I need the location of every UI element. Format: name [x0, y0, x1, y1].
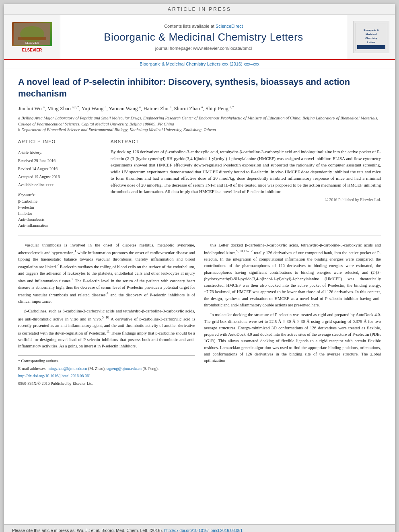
journal-header: ELSEVIER ELSEVIER Contents lists availab…	[4, 15, 395, 60]
history-label: Article history:	[18, 150, 43, 155]
revised-value: Revised 14 August 2016	[18, 166, 58, 171]
section-divider	[18, 236, 381, 236]
banner-text: ARTICLE IN PRESS	[168, 6, 231, 12]
footnote-corresponding: * Corresponding authors.	[18, 358, 195, 364]
article-in-press-banner: ARTICLE IN PRESS	[4, 4, 395, 15]
journal-homepage: journal homepage: www.elsevier.com/locat…	[155, 46, 252, 51]
revised-date: Revised 14 August 2016	[18, 164, 103, 172]
body-text-section: Vascular thrombosis is involved in the o…	[18, 242, 381, 388]
copyright-line: © 2016 Published by Elsevier Ltd.	[111, 197, 381, 202]
body-para-2: β-Carbolines, such as β-carboline-3-carb…	[18, 308, 195, 349]
author-yuji: Yuji Wang a,	[82, 105, 109, 111]
keyword-5: Anti-inflammation	[18, 222, 103, 228]
svg-rect-9	[357, 45, 385, 49]
body-col-left: Vascular thrombosis is involved in the o…	[18, 242, 195, 388]
footnote-emails: E-mail addresses: mingzhao@bjmu.edu.cn (…	[18, 366, 195, 372]
email1-name: (M. Zhao),	[88, 366, 106, 371]
doi-line: Bioorganic & Medicinal Chemistry Letters…	[4, 60, 395, 68]
keywords-section: Keywords: β-Carboline P-selectin Inhibit…	[18, 193, 103, 228]
author-ming: Ming Zhao a,b,*,	[47, 105, 82, 111]
email2-name: (S. Peng).	[142, 366, 158, 371]
body-para-1: Vascular thrombosis is involved in the o…	[18, 242, 195, 305]
footnote-doi: http://dx.doi.org/10.1016/j.bmcl.2016.08…	[18, 373, 195, 379]
contents-label: Contents lists available at	[164, 24, 214, 29]
available-online: Available online xxxx	[18, 181, 103, 188]
footnote-issn: 0960-894X/© 2016 Published by Elsevier L…	[18, 380, 195, 387]
svg-text:Bioorganic &: Bioorganic &	[364, 29, 379, 31]
keyword-3: Inhibitor	[18, 210, 103, 216]
body-col-right: this Letter docked β-carboline-3-carboxy…	[204, 242, 381, 388]
svg-text:Letters: Letters	[367, 41, 375, 43]
abstract-text: By docking 126 derivatives of β-carbolin…	[111, 148, 381, 195]
footnotes-section: * Corresponding authors. E-mail addresse…	[18, 355, 195, 386]
authors-line: Jianhui Wu a, Ming Zhao a,b,*, Yuji Wang…	[18, 104, 381, 112]
body-para-3: this Letter docked β-carboline-3-carboxy…	[204, 242, 381, 308]
svg-text:Medicinal: Medicinal	[366, 33, 377, 35]
right-logo-image: Bioorganic & Medicinal Chemistry Letters	[353, 21, 389, 53]
elsevier-logo: ELSEVIER	[22, 48, 42, 52]
keyword-4: Anti-thrombosis	[18, 216, 103, 222]
keyword-1: β-Carboline	[18, 198, 103, 204]
received-value: Received 29 June 2016	[18, 158, 56, 163]
article-title: A novel lead of P-selectin inhibitor: Di…	[18, 76, 381, 99]
author-shurui: Shurui Zhao a,	[174, 105, 206, 111]
accepted-date: Accepted 19 August 2016	[18, 173, 103, 180]
sciencedirect-link[interactable]: ScienceDirect	[216, 24, 243, 29]
affiliation-a: a Beijing Area Major Laboratory of Pepti…	[18, 115, 381, 127]
affiliation-b: b Department of Biomedical Science and E…	[18, 127, 381, 133]
keywords-label: Keywords:	[18, 193, 103, 197]
main-content: A novel lead of P-selectin inhibitor: Di…	[4, 68, 395, 394]
svg-text:Chemistry: Chemistry	[365, 37, 377, 39]
journal-center: Contents lists available at ScienceDirec…	[60, 15, 347, 59]
journal-logo-image: ELSEVIER	[12, 22, 52, 46]
email1-link[interactable]: mingzhao@bjmu.edu.cn	[47, 366, 87, 371]
article-info-label: ARTICLE INFO	[18, 139, 103, 145]
keyword-2: P-selectin	[18, 204, 103, 210]
sciencedirect-line: Contents lists available at ScienceDirec…	[164, 24, 243, 29]
citation-doi-link[interactable]: http://dx.doi.org/10.1016/j.bmcl.2016.08…	[164, 528, 243, 532]
received-date: Received 29 June 2016	[18, 156, 103, 164]
citation-footer: Please cite this article in press as: Wu…	[4, 524, 395, 532]
svg-text:ELSEVIER: ELSEVIER	[25, 41, 39, 44]
journal-logo-left: ELSEVIER ELSEVIER	[4, 15, 60, 59]
abstract-column: ABSTRACT By docking 126 derivatives of β…	[111, 139, 381, 228]
svg-rect-2	[18, 37, 46, 40]
accepted-value: Accepted 19 August 2016	[18, 175, 60, 179]
article-info-column: ARTICLE INFO Article history: Received 2…	[18, 139, 103, 228]
body-para-4: In molecular docking the structure of P-…	[204, 312, 381, 364]
journal-logo-right: Bioorganic & Medicinal Chemistry Letters	[347, 15, 395, 59]
article-info-abstract-section: ARTICLE INFO Article history: Received 2…	[18, 139, 381, 228]
author-jianhui: Jianhui Wu a,	[18, 105, 47, 111]
citation-text: Please cite this article in press as: Wu…	[12, 528, 163, 532]
journal-title-main: Bioorganic & Medicinal Chemistry Letters	[104, 31, 303, 43]
author-yaonan: Yaonan Wang a,	[109, 105, 143, 111]
article-history-header: Article history:	[18, 148, 103, 156]
author-haimei: Haimei Zhu a,	[143, 105, 174, 111]
email2-link[interactable]: sqpeng@bjmu.edu.cn	[107, 366, 142, 371]
doi-link[interactable]: http://dx.doi.org/10.1016/j.bmcl.2016.08…	[18, 374, 91, 378]
page: ARTICLE IN PRESS ELSEVIER ELSEVIER Conte…	[4, 4, 395, 532]
email-label: E-mail addresses:	[18, 366, 47, 371]
affiliations: a Beijing Area Major Laboratory of Pepti…	[18, 115, 381, 133]
author-shiqi: Shiqi Peng a,*	[206, 105, 234, 111]
abstract-label: ABSTRACT	[111, 139, 381, 145]
available-value: Available online xxxx	[18, 183, 53, 187]
